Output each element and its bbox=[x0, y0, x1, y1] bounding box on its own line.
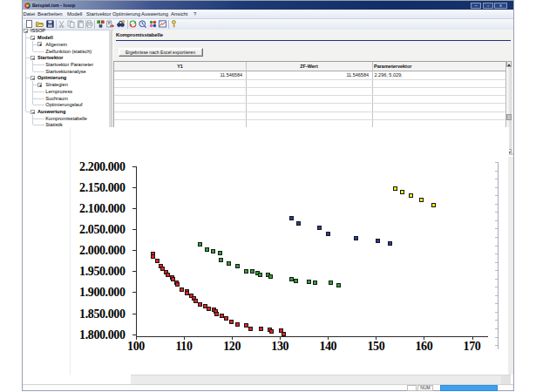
tree-guide-line bbox=[33, 125, 44, 125]
menu-item-modell[interactable]: Modell bbox=[67, 10, 82, 18]
strategy-icon[interactable] bbox=[149, 20, 157, 28]
x-tick bbox=[280, 336, 281, 340]
analysis-clock-icon[interactable] bbox=[139, 20, 146, 28]
startvector-icon[interactable] bbox=[106, 20, 114, 28]
tree-collapse-icon[interactable] bbox=[31, 36, 35, 40]
right-ruler-tick bbox=[495, 195, 499, 196]
menu-item-help[interactable]: ? bbox=[193, 10, 196, 18]
data-point-green bbox=[244, 269, 248, 274]
right-ruler-tick bbox=[495, 220, 499, 221]
right-ruler-tick bbox=[495, 228, 499, 229]
right-ruler bbox=[498, 162, 499, 349]
minimize-button[interactable]: – bbox=[471, 3, 481, 9]
right-ruler-tick bbox=[495, 295, 499, 296]
panel-title-rule bbox=[116, 40, 511, 42]
tree-guide-line bbox=[33, 98, 44, 99]
chart-view-icon[interactable] bbox=[159, 20, 166, 28]
data-point-red bbox=[224, 316, 228, 321]
menu-item-startvektor[interactable]: Startvektor bbox=[86, 10, 111, 18]
table-row-divider bbox=[114, 79, 505, 80]
tree-guide-line bbox=[33, 51, 44, 52]
data-point-red bbox=[259, 327, 263, 331]
scroll-up-icon[interactable] bbox=[506, 61, 512, 67]
x-tick bbox=[328, 336, 329, 340]
help-key-icon[interactable] bbox=[170, 20, 178, 28]
data-point-blue bbox=[376, 239, 380, 243]
print-icon[interactable] bbox=[85, 20, 93, 28]
menu-item-optimierung[interactable]: Optimierung bbox=[112, 10, 140, 18]
data-point-blue bbox=[296, 221, 301, 226]
tree-guide-line bbox=[33, 64, 44, 65]
data-point-yellow bbox=[409, 193, 413, 198]
tree-guide-line bbox=[33, 118, 44, 119]
data-point-green bbox=[235, 264, 240, 268]
table-cell[interactable]: 11.546584 bbox=[246, 71, 369, 79]
desktop: Beispiel.ism - Issop – ▫ x DateiBearbeit… bbox=[0, 0, 536, 392]
paste-icon[interactable] bbox=[77, 20, 85, 28]
cut-icon[interactable] bbox=[58, 20, 65, 28]
table-row-divider bbox=[114, 103, 505, 104]
y-tick bbox=[132, 208, 136, 209]
right-ruler-tick bbox=[495, 270, 499, 271]
data-point-red bbox=[282, 332, 286, 336]
x-axis bbox=[136, 336, 488, 337]
splitter[interactable] bbox=[109, 30, 112, 127]
data-point-yellow bbox=[400, 190, 404, 194]
table-row-divider bbox=[114, 87, 505, 88]
data-point-green bbox=[289, 277, 294, 281]
tree-collapse-icon[interactable] bbox=[31, 76, 35, 80]
binoculars-search-icon[interactable] bbox=[117, 20, 125, 28]
right-ruler-tick bbox=[495, 179, 499, 179]
tree-collapse-icon[interactable] bbox=[31, 110, 35, 114]
menu-bar: DateiBearbeitenModellStartvektorOptimier… bbox=[23, 10, 513, 19]
tree-expand-icon[interactable] bbox=[37, 83, 42, 87]
x-tick-label: 150 bbox=[363, 340, 389, 354]
data-point-green bbox=[268, 274, 273, 279]
optimization-run-icon[interactable] bbox=[129, 20, 137, 28]
minimize-icon: – bbox=[472, 3, 479, 7]
save-icon[interactable] bbox=[46, 20, 54, 28]
export-excel-button[interactable]: Ergebnisse nach Excel exportieren bbox=[119, 48, 203, 57]
y-tick bbox=[132, 271, 136, 272]
data-point-green bbox=[227, 261, 231, 266]
navigation-tree: ISSOPModellAllgemeinZielfunktion (statis… bbox=[23, 30, 109, 130]
data-point-red bbox=[198, 302, 202, 307]
scatter-chart: 2.200.0002.150.0002.100.0002.050.0002.00… bbox=[24, 127, 509, 375]
data-point-green bbox=[258, 273, 262, 277]
status-bar: NUM bbox=[23, 384, 513, 391]
scrollbar-thumb[interactable] bbox=[506, 114, 512, 120]
x-tick-label: 170 bbox=[459, 340, 485, 354]
tree-collapse-icon[interactable] bbox=[24, 29, 28, 33]
copy-icon[interactable] bbox=[67, 20, 75, 28]
table-cell[interactable]: 2.296; 5.029; bbox=[375, 71, 505, 79]
menu-item-datei[interactable]: Datei bbox=[24, 10, 36, 18]
right-ruler-tick bbox=[495, 328, 499, 329]
maximize-button[interactable]: ▫ bbox=[483, 3, 493, 9]
model-tree-icon[interactable] bbox=[97, 20, 105, 28]
tree-collapse-icon[interactable] bbox=[31, 56, 35, 60]
data-point-red bbox=[244, 323, 248, 328]
table-header-parametervektor[interactable]: Parametervektor bbox=[374, 62, 505, 71]
toolbar bbox=[23, 19, 513, 30]
table-cell[interactable]: 11.546584 bbox=[114, 71, 242, 79]
data-point-green bbox=[198, 242, 202, 247]
right-ruler-tick bbox=[495, 312, 499, 313]
menu-item-auswertung[interactable]: Auswertung bbox=[141, 10, 168, 18]
y-tick-label: 2.200.000 bbox=[66, 160, 126, 174]
menu-item-ansicht[interactable]: Ansicht bbox=[171, 10, 187, 18]
tree-expand-icon[interactable] bbox=[37, 42, 42, 46]
table-header-y1[interactable]: Y1 bbox=[114, 62, 246, 71]
y-tick bbox=[132, 314, 136, 314]
y-tick-label: 1.950.000 bbox=[66, 265, 126, 279]
chart-horizontal-scrollbar[interactable] bbox=[131, 375, 511, 384]
right-ruler-tick bbox=[495, 287, 499, 287]
close-button[interactable]: x bbox=[494, 3, 507, 9]
y-tick-label: 2.150.000 bbox=[66, 181, 126, 195]
menu-item-bearbeiten[interactable]: Bearbeiten bbox=[37, 10, 63, 18]
data-point-blue bbox=[317, 226, 322, 230]
toolbar-separator bbox=[85, 20, 86, 29]
table-header-zfwert[interactable]: ZF-Wert bbox=[246, 62, 372, 71]
y-tick-label: 1.850.000 bbox=[66, 308, 126, 321]
x-tick-label: 110 bbox=[171, 340, 197, 354]
data-point-blue bbox=[326, 232, 330, 236]
